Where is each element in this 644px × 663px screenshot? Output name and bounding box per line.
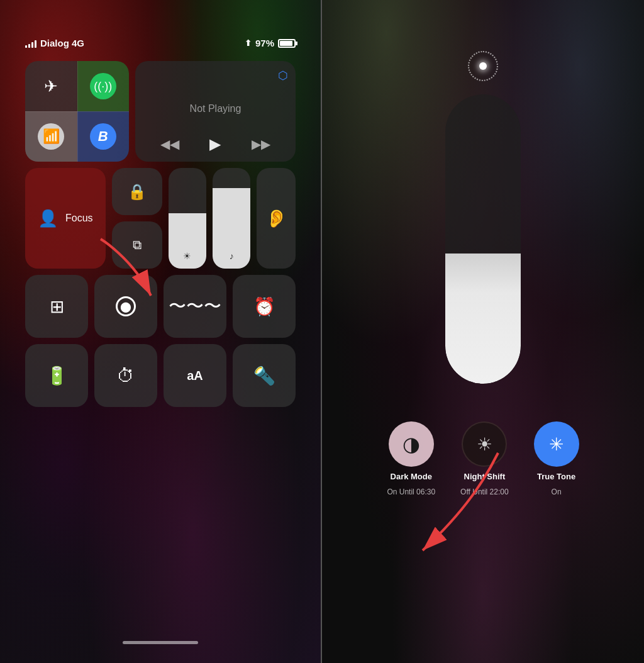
- flashlight-button[interactable]: 🔦: [233, 344, 296, 407]
- true-tone-label: True Tone: [537, 472, 575, 482]
- cellular-button[interactable]: ((·)): [77, 61, 130, 111]
- wifi-button[interactable]: 📶: [25, 111, 77, 162]
- cc-row1: ✈ ((·)) 📶 B: [25, 61, 296, 162]
- signal-bar-4: [35, 40, 36, 48]
- bluetooth-button[interactable]: B: [77, 111, 130, 162]
- true-tone-icon: ✳: [549, 434, 564, 455]
- cc-row3: ⊞ ⬤ 〜〜〜 ⏰: [25, 275, 296, 338]
- mirror-icon: ⧉: [133, 238, 142, 252]
- stopwatch-button[interactable]: ⏱: [94, 344, 157, 407]
- prev-button[interactable]: ◀◀: [160, 136, 179, 152]
- status-bar: Dialog 4G ⬆ 97%: [25, 38, 296, 48]
- night-shift-option[interactable]: ☀ Night Shift Off Until 22:00: [460, 421, 509, 496]
- night-shift-circle: ☀: [462, 421, 507, 467]
- stopwatch-icon: ⏱: [117, 365, 135, 386]
- low-power-button[interactable]: 🔋: [25, 344, 88, 407]
- cellular-circle: ((·)): [90, 73, 116, 99]
- connectivity-block: ✈ ((·)) 📶 B: [25, 61, 129, 162]
- screen-record-icon: ⬤: [116, 296, 136, 316]
- bluetooth-icon: B: [98, 128, 108, 145]
- dark-mode-sublabel: On Until 06:30: [387, 488, 435, 496]
- airplay-icon[interactable]: ⬡: [278, 69, 288, 82]
- orientation-lock-button[interactable]: 🔒: [112, 168, 162, 215]
- control-center-grid: ✈ ((·)) 📶 B: [25, 61, 296, 628]
- volume-slider-small[interactable]: ♪: [213, 168, 250, 269]
- true-tone-option[interactable]: ✳ True Tone On: [534, 421, 579, 496]
- dark-mode-label: Dark Mode: [391, 472, 432, 482]
- right-content: ◑ Dark Mode On Until 06:30 ☀ Night Shift…: [322, 0, 644, 663]
- display-options-row: ◑ Dark Mode On Until 06:30 ☀ Night Shift…: [347, 421, 619, 496]
- signal-bar-2: [28, 44, 30, 48]
- night-shift-sublabel: Off Until 22:00: [460, 488, 509, 496]
- screen-record-button[interactable]: ⬤: [94, 275, 157, 338]
- left-content: Dialog 4G ⬆ 97% ✈: [0, 0, 321, 663]
- right-panel: ◑ Dark Mode On Until 06:30 ☀ Night Shift…: [322, 0, 644, 663]
- carrier-label: Dialog 4G: [40, 38, 84, 48]
- low-power-icon: 🔋: [46, 365, 68, 386]
- left-panel: Dialog 4G ⬆ 97% ✈: [0, 0, 322, 663]
- mirroring-button[interactable]: ⧉: [112, 221, 162, 269]
- alarm-button[interactable]: ⏰: [233, 275, 296, 338]
- bluetooth-circle: B: [90, 123, 116, 150]
- dark-mode-circle: ◑: [389, 421, 434, 467]
- play-button[interactable]: ▶: [209, 135, 221, 153]
- battery-icon: [278, 39, 296, 48]
- battery-fill: [280, 41, 292, 46]
- dark-mode-icon: ◑: [402, 432, 420, 456]
- next-button[interactable]: ▶▶: [252, 136, 270, 152]
- text-size-button[interactable]: aA: [164, 344, 226, 407]
- signal-bar-3: [31, 42, 33, 48]
- signal-carrier: Dialog 4G: [25, 38, 84, 48]
- sun-core: [479, 62, 487, 70]
- hearing-button[interactable]: 👂: [257, 168, 296, 269]
- alarm-icon: ⏰: [253, 296, 275, 317]
- focus-button[interactable]: 👤 Focus: [25, 168, 106, 269]
- media-player: ⬡ Not Playing ◀◀ ▶ ▶▶: [135, 61, 296, 162]
- brightness-slider-icon: ☀: [183, 251, 191, 261]
- dark-mode-option[interactable]: ◑ Dark Mode On Until 06:30: [387, 421, 435, 496]
- cc-row2: 👤 Focus 🔒 ⧉ ☀: [25, 168, 296, 269]
- signal-bar-1: [25, 45, 27, 48]
- volume-slider-icon: ♪: [230, 251, 234, 261]
- true-tone-circle: ✳: [534, 421, 579, 467]
- calculator-button[interactable]: ⊞: [25, 275, 88, 338]
- signal-bars-icon: [25, 39, 36, 48]
- hearing-icon: 👂: [265, 208, 287, 229]
- night-shift-label: Night Shift: [464, 472, 506, 482]
- battery-pct: 97%: [255, 38, 274, 48]
- airplane-button[interactable]: ✈: [25, 61, 77, 111]
- cc-row4: 🔋 ⏱ aA 🔦: [25, 344, 296, 407]
- wifi-icon: 📶: [43, 128, 60, 145]
- focus-icon: 👤: [38, 209, 58, 228]
- conn-sep-v: [77, 61, 78, 162]
- flashlight-icon: 🔦: [253, 365, 275, 386]
- text-size-icon: aA: [187, 369, 203, 383]
- brightness-slider-right[interactable]: [445, 94, 521, 384]
- orientation-icon: 🔒: [128, 183, 147, 201]
- home-indicator: [123, 641, 198, 644]
- night-shift-icon: ☀: [477, 434, 492, 455]
- wifi-circle: 📶: [38, 123, 64, 150]
- not-playing-label: Not Playing: [145, 82, 286, 135]
- true-tone-sublabel: On: [552, 488, 562, 496]
- brightness-fill-right: [445, 254, 521, 384]
- sliders-group: ☀ ♪: [169, 168, 251, 269]
- status-right: ⬆ 97%: [245, 38, 296, 48]
- location-icon: ⬆: [245, 38, 252, 48]
- sun-brightness-indicator: [467, 50, 499, 82]
- calculator-icon: ⊞: [50, 296, 64, 317]
- airplane-icon: ✈: [44, 77, 58, 96]
- media-controls: ◀◀ ▶ ▶▶: [145, 135, 286, 153]
- sound-recognition-icon: 〜〜〜: [169, 294, 221, 318]
- brightness-slider-small[interactable]: ☀: [169, 168, 206, 269]
- cellular-icon: ((·)): [94, 80, 112, 93]
- focus-label: Focus: [65, 213, 93, 224]
- sun-visual: [479, 62, 487, 70]
- sound-recognition-button[interactable]: 〜〜〜: [164, 275, 226, 338]
